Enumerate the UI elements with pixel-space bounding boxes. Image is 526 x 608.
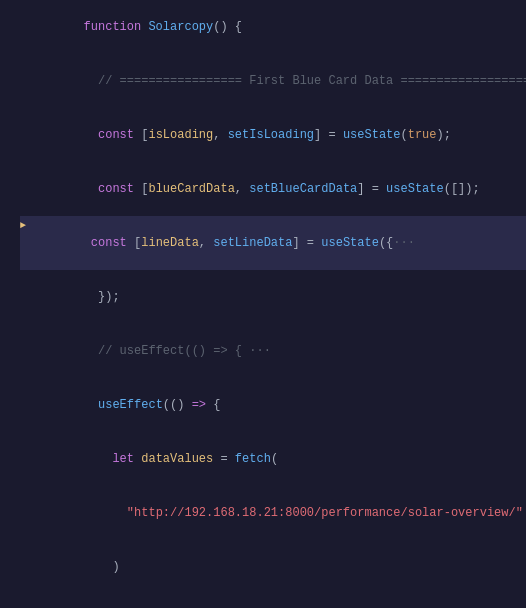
indicator-5: ► bbox=[20, 216, 26, 234]
indicator-12 bbox=[20, 594, 26, 608]
line-6: }); bbox=[20, 270, 526, 324]
line-11: ) bbox=[20, 540, 526, 594]
line-12: .then((dataValues) => dataValues.json()) bbox=[20, 594, 526, 608]
indicator-11 bbox=[20, 540, 26, 558]
line-content-3: const [isLoading, setIsLoading] = useSta… bbox=[20, 108, 451, 162]
line-content-11: ) bbox=[20, 540, 120, 594]
indicator-9 bbox=[20, 432, 26, 450]
line-5: ► const [lineData, setLineData] = useSta… bbox=[20, 216, 526, 270]
line-1: function Solarcopy() { bbox=[20, 0, 526, 54]
indicator-1 bbox=[20, 0, 26, 18]
line-8: useEffect(() => { bbox=[20, 378, 526, 432]
line-4: const [blueCardData, setBlueCardData] = … bbox=[20, 162, 526, 216]
line-content-10: "http://192.168.18.21:8000/performance/s… bbox=[20, 486, 523, 540]
line-content-9: let dataValues = fetch( bbox=[20, 432, 278, 486]
code-lines: function Solarcopy() { // ==============… bbox=[0, 0, 526, 608]
line-content-7: // useEffect(() => { ··· bbox=[20, 324, 271, 378]
indicator-10 bbox=[20, 486, 26, 504]
line-content-1: function Solarcopy() { bbox=[20, 0, 242, 54]
indicator-4 bbox=[20, 162, 26, 180]
line-content-8: useEffect(() => { bbox=[20, 378, 220, 432]
line-10: "http://192.168.18.21:8000/performance/s… bbox=[20, 486, 526, 540]
line-content-6: }); bbox=[20, 270, 120, 324]
line-content-12: .then((dataValues) => dataValues.json()) bbox=[20, 594, 401, 608]
line-7: // useEffect(() => { ··· bbox=[20, 324, 526, 378]
indicator-2 bbox=[20, 54, 26, 72]
line-2: // ================= First Blue Card Dat… bbox=[20, 54, 526, 108]
indicator-6 bbox=[20, 270, 26, 288]
line-content-4: const [blueCardData, setBlueCardData] = … bbox=[20, 162, 480, 216]
indicator-3 bbox=[20, 108, 26, 126]
line-3: const [isLoading, setIsLoading] = useSta… bbox=[20, 108, 526, 162]
code-editor: function Solarcopy() { // ==============… bbox=[0, 0, 526, 608]
line-content-5: const [lineData, setLineData] = useState… bbox=[20, 216, 415, 270]
line-9: let dataValues = fetch( bbox=[20, 432, 526, 486]
line-content-2: // ================= First Blue Card Dat… bbox=[20, 54, 526, 108]
indicator-7 bbox=[20, 324, 26, 342]
indicator-8 bbox=[20, 378, 26, 396]
